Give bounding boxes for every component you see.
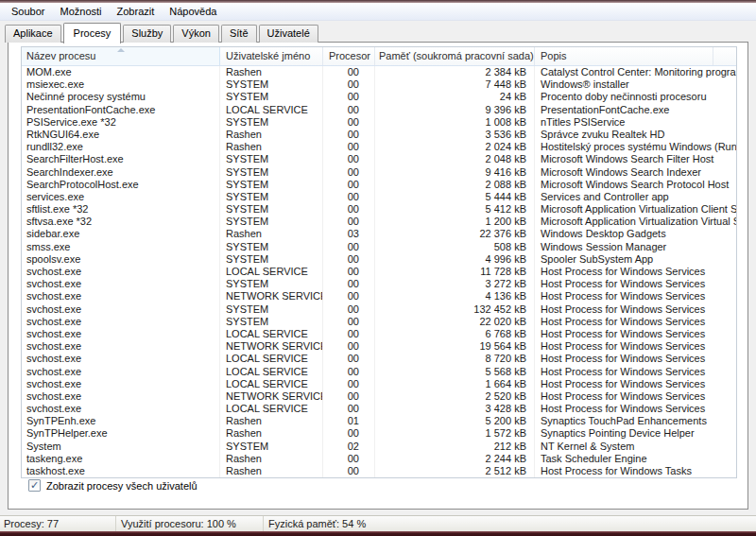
user-name-cell: LOCAL SERVICE: [220, 378, 323, 390]
table-row[interactable]: sidebar.exe Rashen 03 22 376 kB Windows …: [22, 228, 736, 240]
menu-bar: Soubor Možnosti Zobrazit Nápověda: [0, 3, 756, 21]
tab[interactable]: Služby: [123, 25, 171, 43]
description-cell: Host Process for Windows Services: [535, 353, 736, 365]
show-all-users-label: Zobrazit procesy všech uživatelů: [46, 480, 198, 492]
cpu-cell: 00: [323, 104, 375, 116]
table-row[interactable]: SynTPEnh.exe Rashen 01 5 200 kB Synaptic…: [22, 415, 736, 427]
table-row[interactable]: SearchFilterHost.exe SYSTEM 00 2 048 kB …: [22, 153, 736, 165]
table-row[interactable]: svchost.exe LOCAL SERVICE 00 5 568 kB Ho…: [22, 366, 736, 378]
process-name-cell: taskeng.exe: [22, 453, 220, 465]
table-row[interactable]: MOM.exe Rashen 00 2 384 kB Catalyst Cont…: [22, 66, 736, 78]
user-name-cell: Rashen: [220, 427, 323, 440]
cpu-cell: 00: [323, 453, 375, 465]
menu-item[interactable]: Zobrazit: [110, 4, 163, 20]
table-row[interactable]: svchost.exe NETWORK SERVICE 00 19 564 kB…: [22, 340, 736, 353]
memory-cell: 132 452 kB: [375, 303, 535, 316]
status-processes: Procesy: 77: [0, 516, 116, 531]
process-name-cell: smss.exe: [22, 241, 220, 253]
table-row[interactable]: svchost.exe SYSTEM 00 132 452 kB Host Pr…: [22, 303, 736, 316]
user-name-cell: Rashen: [220, 465, 323, 477]
description-cell: PresentationFontCache.exe: [535, 104, 736, 116]
table-row[interactable]: smss.exe SYSTEM 00 508 kB Windows Sessio…: [22, 241, 736, 253]
user-name-cell: SYSTEM: [220, 203, 323, 216]
memory-cell: 5 568 kB: [375, 366, 535, 378]
process-name-cell: taskhost.exe: [22, 465, 220, 477]
tab-label: Služby: [131, 27, 163, 39]
tab[interactable]: Uživatelé: [259, 25, 318, 43]
process-name-cell: svchost.exe: [22, 266, 220, 278]
tab[interactable]: Aplikace: [5, 25, 61, 43]
menu-item[interactable]: Soubor: [4, 4, 52, 20]
process-name-cell: svchost.exe: [22, 403, 220, 415]
show-all-users-checkbox[interactable]: ✓: [28, 479, 41, 492]
table-row[interactable]: sftlist.exe *32 SYSTEM 00 5 412 kB Micro…: [22, 203, 736, 216]
description-cell: Windows® installer: [535, 78, 736, 91]
user-name-cell: Rashen: [220, 66, 323, 78]
process-rows: MOM.exe Rashen 00 2 384 kB Catalyst Cont…: [22, 66, 736, 478]
menu-item[interactable]: Nápověda: [162, 4, 224, 20]
cpu-cell: 00: [323, 166, 375, 179]
table-row[interactable]: sftvsa.exe *32 SYSTEM 00 1 200 kB Micros…: [22, 216, 736, 228]
tab[interactable]: Sítě: [221, 25, 257, 43]
process-name-cell: SearchFilterHost.exe: [22, 153, 220, 165]
memory-cell: 508 kB: [375, 241, 535, 253]
tab[interactable]: Procesy: [63, 23, 122, 43]
memory-cell: 2 088 kB: [375, 179, 535, 191]
column-header-memory[interactable]: Paměť (soukromá pracovní sada): [375, 47, 535, 65]
description-cell: Host Process for Windows Services: [535, 316, 736, 328]
table-row[interactable]: svchost.exe LOCAL SERVICE 00 6 768 kB Ho…: [22, 328, 736, 340]
table-row[interactable]: SearchProtocolHost.exe SYSTEM 00 2 088 k…: [22, 179, 736, 191]
memory-cell: 2 520 kB: [375, 390, 535, 403]
table-row[interactable]: svchost.exe SYSTEM 00 3 272 kB Host Proc…: [22, 278, 736, 290]
process-name-cell: sftvsa.exe *32: [22, 216, 220, 228]
cpu-cell: 00: [323, 179, 375, 191]
table-row[interactable]: RtkNGUI64.exe Rashen 00 3 536 kB Správce…: [22, 129, 736, 141]
menu-item[interactable]: Možnosti: [52, 4, 109, 20]
cpu-cell: 00: [323, 316, 375, 328]
user-name-cell: SYSTEM: [220, 191, 323, 203]
table-row[interactable]: SearchIndexer.exe SYSTEM 00 9 416 kB Mic…: [22, 166, 736, 179]
process-name-cell: SynTPHelper.exe: [22, 427, 220, 440]
process-name-cell: SynTPEnh.exe: [22, 415, 220, 427]
description-cell: Task Scheduler Engine: [535, 453, 736, 465]
table-row[interactable]: System SYSTEM 02 212 kB NT Kernel & Syst…: [22, 441, 736, 453]
status-cpu-usage: Využití procesoru: 100 %: [116, 516, 264, 531]
cpu-cell: 03: [323, 228, 375, 240]
user-name-cell: SYSTEM: [220, 216, 323, 228]
table-row[interactable]: svchost.exe LOCAL SERVICE 00 11 728 kB H…: [22, 266, 736, 278]
table-row[interactable]: svchost.exe NETWORK SERVICE 00 2 520 kB …: [22, 390, 736, 403]
table-row[interactable]: svchost.exe LOCAL SERVICE 00 3 428 kB Ho…: [22, 403, 736, 415]
user-name-cell: Rashen: [220, 141, 323, 153]
table-row[interactable]: PresentationFontCache.exe LOCAL SERVICE …: [22, 104, 736, 116]
table-row[interactable]: SynTPHelper.exe Rashen 00 1 572 kB Synap…: [22, 427, 736, 440]
description-cell: Microsoft Windows Search Protocol Host: [535, 179, 736, 191]
user-name-cell: SYSTEM: [220, 116, 323, 129]
table-row[interactable]: svchost.exe SYSTEM 00 22 020 kB Host Pro…: [22, 316, 736, 328]
sort-ascending-icon: [117, 48, 125, 52]
column-header-description[interactable]: Popis: [535, 47, 713, 65]
table-row[interactable]: services.exe SYSTEM 00 5 444 kB Services…: [22, 191, 736, 203]
column-header-user-name[interactable]: Uživatelské jméno: [220, 47, 323, 65]
table-row[interactable]: taskhost.exe Rashen 00 2 512 kB Host Pro…: [22, 465, 736, 477]
user-name-cell: SYSTEM: [220, 316, 323, 328]
table-row[interactable]: Nečinné procesy systému SYSTEM 00 24 kB …: [22, 91, 736, 103]
memory-cell: 8 720 kB: [375, 353, 535, 365]
description-cell: Microsoft Application Virtualization Cli…: [535, 203, 736, 216]
description-cell: Host Process for Windows Services: [535, 303, 736, 316]
cpu-cell: 00: [323, 191, 375, 203]
table-row[interactable]: spoolsv.exe SYSTEM 00 4 996 kB Spooler S…: [22, 253, 736, 266]
table-row[interactable]: taskeng.exe Rashen 00 2 244 kB Task Sche…: [22, 453, 736, 465]
column-header-process-name[interactable]: Název procesu: [22, 47, 220, 65]
process-name-cell: PresentationFontCache.exe: [22, 104, 220, 116]
table-row[interactable]: PSIService.exe *32 SYSTEM 00 1 008 kB nT…: [22, 116, 736, 129]
table-row[interactable]: svchost.exe NETWORK SERVICE 00 4 136 kB …: [22, 290, 736, 303]
column-header-cpu[interactable]: Procesor: [323, 47, 375, 65]
user-name-cell: SYSTEM: [220, 303, 323, 316]
table-row[interactable]: msiexec.exe SYSTEM 00 7 448 kB Windows® …: [22, 78, 736, 91]
tab[interactable]: Výkon: [173, 25, 219, 43]
column-header-label: Název procesu: [26, 50, 95, 61]
process-name-cell: rundll32.exe: [22, 141, 220, 153]
table-row[interactable]: svchost.exe LOCAL SERVICE 00 1 664 kB Ho…: [22, 378, 736, 390]
table-row[interactable]: svchost.exe LOCAL SERVICE 00 8 720 kB Ho…: [22, 353, 736, 365]
table-row[interactable]: rundll32.exe Rashen 00 2 024 kB Hostitel…: [22, 141, 736, 153]
